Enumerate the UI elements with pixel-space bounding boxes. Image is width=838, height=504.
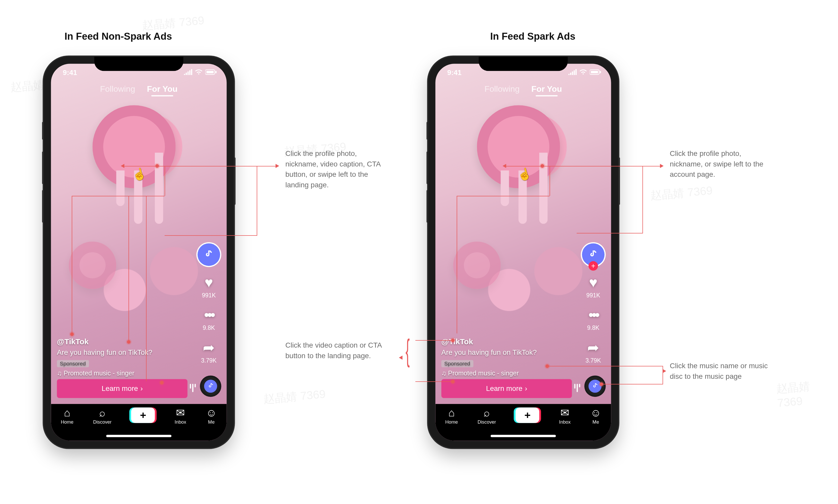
caption-username[interactable]: @TikTok: [442, 337, 572, 346]
cta-label: Learn more: [102, 384, 138, 393]
comment-icon: •••: [588, 307, 598, 323]
tab-for-you[interactable]: For You: [531, 84, 562, 93]
nav-discover-label: Discover: [93, 419, 112, 425]
tiktok-icon: [588, 250, 598, 259]
profile-avatar[interactable]: +: [582, 244, 604, 266]
music-disc[interactable]: [200, 375, 221, 397]
signal-icon: [568, 69, 577, 75]
watermark: 赵晶婧 7369: [650, 183, 713, 203]
sponsored-badge: Sponsored: [57, 360, 89, 367]
nav-discover[interactable]: ⌕Discover: [93, 408, 112, 425]
music-name[interactable]: ♫ Promoted music - singer: [442, 370, 572, 377]
music-name[interactable]: ♫ Promoted music - singer: [57, 370, 188, 377]
nav-inbox[interactable]: ✉Inbox: [175, 408, 186, 425]
person-icon: ☺: [590, 408, 601, 418]
wifi-icon: [194, 69, 203, 75]
share-button[interactable]: ➦ 3.79K: [201, 339, 217, 364]
tab-following[interactable]: Following: [484, 84, 519, 93]
home-indicator: [106, 435, 172, 437]
follow-plus-icon[interactable]: +: [588, 261, 598, 271]
inbox-icon: ✉: [176, 408, 185, 418]
person-icon: ☺: [206, 408, 217, 418]
watermark: 赵晶婧 7369: [263, 386, 326, 407]
watermark: 赵晶婧 7369: [141, 13, 205, 34]
share-count: 3.79K: [201, 357, 217, 364]
search-icon: ⌕: [483, 408, 490, 418]
annotation-right-top: Click the profile photo, nickname, or sw…: [670, 148, 768, 180]
caption-username[interactable]: @TikTok: [57, 337, 188, 346]
title-nonspark: In Feed Non-Spark Ads: [65, 31, 172, 42]
signal-icon: [184, 69, 192, 75]
nav-create[interactable]: +: [516, 408, 540, 423]
nav-create[interactable]: +: [131, 408, 155, 423]
like-count: 991K: [202, 292, 216, 299]
heart-icon: ♥: [205, 274, 213, 291]
heart-icon: ♥: [589, 274, 598, 291]
nav-inbox[interactable]: ✉Inbox: [559, 408, 571, 425]
tab-for-you[interactable]: For You: [147, 84, 178, 93]
nav-me[interactable]: ☺Me: [590, 408, 601, 425]
nav-me-label: Me: [592, 419, 599, 425]
search-icon: ⌕: [99, 408, 105, 418]
comment-button[interactable]: ••• 9.8K: [587, 307, 599, 331]
cta-button[interactable]: Learn more ›: [442, 379, 572, 398]
share-icon: ➦: [587, 339, 599, 356]
like-button[interactable]: ♥ 991K: [202, 274, 216, 299]
phone-nonspark: 9:41 Following For You: [44, 57, 234, 448]
watermark: 赵晶婧 7369: [775, 376, 838, 410]
caption-text[interactable]: Are you having fun on TikTok?: [57, 348, 188, 357]
share-count: 3.79K: [585, 357, 601, 364]
annotation-left-top: Click the profile photo, nickname, video…: [285, 148, 383, 190]
svg-rect-4: [591, 71, 598, 73]
svg-rect-5: [600, 71, 601, 73]
svg-rect-2: [216, 71, 217, 73]
tiktok-icon: [204, 250, 213, 259]
share-icon: ➦: [203, 339, 215, 356]
wifi-icon: [579, 69, 587, 75]
nav-home-label: Home: [445, 419, 458, 425]
tab-following[interactable]: Following: [100, 84, 135, 93]
nav-home[interactable]: ⌂Home: [61, 408, 73, 425]
like-count: 991K: [586, 292, 600, 299]
battery-icon: [590, 69, 602, 75]
battery-icon: [205, 69, 217, 75]
cta-button[interactable]: Learn more ›: [57, 379, 188, 398]
sponsored-badge: Sponsored: [442, 360, 473, 367]
svg-rect-1: [206, 71, 213, 73]
nav-inbox-label: Inbox: [559, 419, 571, 425]
share-button[interactable]: ➦ 3.79K: [585, 339, 601, 364]
equalizer-icon: [574, 384, 580, 392]
chevron-right-icon: ›: [525, 384, 527, 393]
home-icon: ⌂: [64, 408, 70, 418]
curly-brace-icon: {: [406, 332, 410, 368]
cta-label: Learn more: [486, 384, 523, 393]
nav-home-label: Home: [61, 419, 73, 425]
home-icon: ⌂: [448, 408, 455, 418]
annotation-right-mid: Click the video caption or CTA button to…: [285, 340, 383, 361]
comment-count: 9.8K: [587, 325, 599, 331]
chevron-right-icon: ›: [140, 384, 143, 393]
annotation-right-music: Click the music name or music disc to th…: [670, 361, 768, 382]
nav-discover-label: Discover: [478, 419, 496, 425]
status-time: 9:41: [63, 69, 77, 77]
inbox-icon: ✉: [560, 408, 569, 418]
like-button[interactable]: ♥ 991K: [586, 274, 600, 299]
home-indicator: [491, 435, 556, 437]
status-time: 9:41: [447, 69, 462, 77]
comment-button[interactable]: ••• 9.8K: [203, 307, 215, 331]
equalizer-icon: [190, 384, 196, 392]
nav-home[interactable]: ⌂Home: [445, 408, 458, 425]
caption-text[interactable]: Are you having fun on TikTok?: [442, 348, 572, 357]
nav-me-label: Me: [208, 419, 215, 425]
comment-icon: •••: [204, 307, 213, 323]
comment-count: 9.8K: [203, 325, 215, 331]
music-disc[interactable]: [584, 375, 606, 397]
nav-me[interactable]: ☺Me: [206, 408, 217, 425]
nav-discover[interactable]: ⌕Discover: [478, 408, 496, 425]
title-spark: In Feed Spark Ads: [490, 31, 575, 42]
profile-avatar[interactable]: [198, 244, 220, 266]
nav-inbox-label: Inbox: [175, 419, 186, 425]
